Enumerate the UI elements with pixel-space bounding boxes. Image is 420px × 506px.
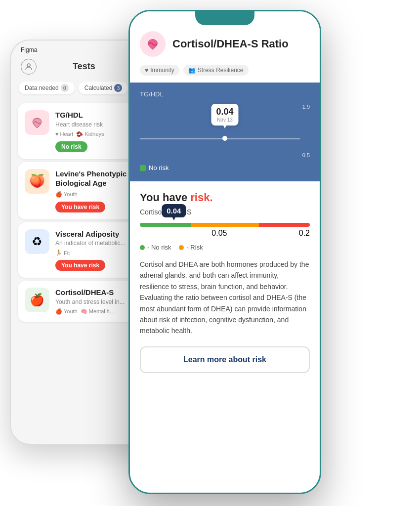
learn-more-button[interactable]: Learn more about risk: [140, 346, 310, 373]
svg-point-0: [27, 64, 30, 67]
detail-title: Cortisol/DHEA-S Ratio: [172, 38, 289, 50]
test-icon-cortisol: 🍎: [25, 288, 49, 312]
chart-value-high: 1.9: [302, 104, 310, 110]
phone-front-inner[interactable]: Cortisol/DHEA-S Ratio ♥ Immunity 👥 Stres…: [130, 11, 320, 493]
risk-section: You have risk. Cortisol/DHEA-S 0.04 0.05…: [130, 181, 320, 251]
phone-front: Cortisol/DHEA-S Ratio ♥ Immunity 👥 Stres…: [128, 10, 321, 494]
legend-no-risk-label: - No risk: [147, 244, 171, 251]
chart-no-risk-dot: [140, 165, 146, 171]
test-icon-tg-hdl: [25, 110, 49, 135]
chart-horizontal-line: [140, 138, 300, 139]
filter-data-needed[interactable]: Data needed 0: [19, 82, 75, 94]
chart-line-area: [140, 128, 310, 148]
you-have-text: You have: [140, 191, 190, 204]
legend-risk: - Risk: [179, 244, 203, 251]
ratio-bar: [140, 223, 310, 227]
you-have-risk-headline: You have risk.: [140, 191, 310, 204]
chart-tooltip-value: 0.04: [216, 107, 233, 117]
legend-dot-orange: [179, 245, 184, 250]
stress-icon: 👥: [188, 67, 196, 74]
fit-icon: 🏃: [55, 250, 62, 256]
filter-data-needed-badge: 0: [61, 84, 69, 92]
chart-label: TG/HDL: [140, 90, 310, 98]
description-text: Cortisol and DHEA are both hormones prod…: [130, 259, 320, 346]
tests-title: Tests: [73, 61, 95, 72]
filter-calculated-label: Calculated: [84, 84, 113, 91]
youth-icon: 🍎: [55, 191, 62, 198]
test-icon-levine: 🍑: [25, 169, 49, 194]
chart-area: 0.04 Nov 13 1.9 0.5: [140, 104, 310, 158]
legend-risk-label: - Risk: [186, 244, 203, 251]
chart-value-low: 0.5: [302, 152, 310, 158]
notch: [195, 11, 254, 25]
chart-section: TG/HDL 0.04 Nov 13 1.9 0.5 No risk: [130, 83, 320, 181]
ratio-marker-high: 0.2: [299, 229, 310, 238]
detail-tag-immunity[interactable]: ♥ Immunity: [140, 65, 179, 76]
chart-tooltip: 0.04 Nov 13: [211, 104, 238, 126]
risk-badge-visceral: You have risk: [55, 260, 105, 271]
detail-icon: [140, 31, 166, 57]
chart-no-risk: No risk: [140, 164, 310, 171]
test-icon-visceral: ♻: [25, 229, 49, 254]
chart-no-risk-text: No risk: [149, 164, 168, 171]
ratio-marker-low: 0.05: [211, 229, 227, 238]
youth-icon-2: 🍎: [55, 308, 62, 315]
chart-dot: [222, 136, 227, 141]
risk-badge-levine: You have risk: [55, 202, 105, 212]
test-tag-mental: 🧠 Mental h...: [81, 308, 114, 315]
stress-label: Stress Resilience: [198, 67, 244, 74]
immunity-icon: ♥: [145, 67, 148, 74]
immunity-label: Immunity: [150, 67, 174, 74]
test-tag-fit: 🏃 Fit: [55, 250, 70, 256]
mental-icon: 🧠: [81, 308, 87, 315]
ratio-tooltip: 0.04: [162, 204, 186, 217]
risk-legend: - No risk - Risk: [140, 244, 310, 251]
legend-no-risk: - No risk: [140, 244, 171, 251]
filter-data-needed-label: Data needed: [25, 84, 59, 91]
scene: Figma 📶 Tests Data needed 0 C: [0, 0, 420, 506]
heart-icon: ♥: [55, 131, 59, 137]
risk-word: risk.: [190, 191, 212, 204]
test-tag-youth: 🍎 Youth: [55, 191, 78, 198]
legend-dot-green: [140, 245, 145, 250]
test-tag-kidneys: 🫘 Kidneys: [76, 131, 104, 137]
filter-calculated[interactable]: Calculated 3: [79, 82, 128, 94]
carrier-text: Figma: [21, 46, 37, 53]
filter-calculated-badge: 3: [114, 84, 122, 92]
kidneys-icon: 🫘: [76, 131, 83, 137]
test-tag-heart: ♥ Heart: [55, 131, 73, 137]
ratio-bar-container: 0.04 0.05 0.2: [140, 223, 310, 238]
risk-badge-tg-hdl: No risk: [55, 141, 87, 152]
detail-tags: ♥ Immunity 👥 Stress Resilience: [130, 65, 320, 83]
test-tag-cortisol-youth: 🍎 Youth: [55, 308, 78, 315]
chart-tooltip-date: Nov 13: [216, 117, 233, 123]
avatar[interactable]: [21, 59, 37, 75]
detail-tag-stress[interactable]: 👥 Stress Resilience: [183, 65, 249, 76]
ratio-markers: 0.05 0.2: [140, 229, 310, 238]
